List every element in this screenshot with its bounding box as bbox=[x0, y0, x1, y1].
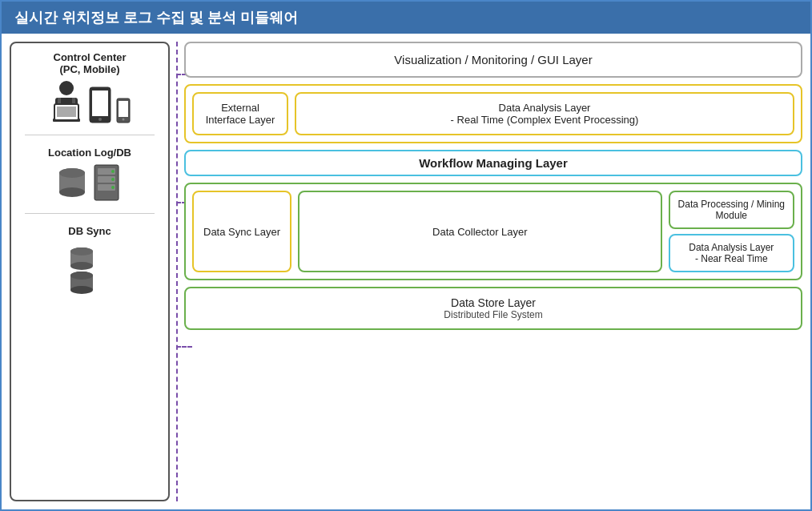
mining-module-box: Data Processing / MiningModule bbox=[669, 191, 794, 229]
db-cylinder-icon bbox=[58, 167, 86, 202]
svg-point-21 bbox=[111, 170, 115, 173]
vertical-dashed-divider bbox=[176, 42, 178, 501]
svg-rect-6 bbox=[57, 107, 76, 117]
viz-layer-label: Visualization / Monitoring / GUI Layer bbox=[394, 53, 592, 66]
data-store-main-label: Data Store Layer bbox=[199, 296, 788, 309]
data-store-sub-label: Distributed File System bbox=[199, 309, 788, 320]
person-icon bbox=[49, 80, 84, 123]
svg-rect-11 bbox=[119, 101, 128, 117]
ext-interface-box: ExternalInterface Layer bbox=[192, 92, 288, 135]
divider-2 bbox=[25, 213, 155, 214]
dashed-line bbox=[176, 42, 178, 501]
db-sync-label: DB Sync bbox=[68, 225, 111, 237]
svg-point-22 bbox=[111, 178, 115, 181]
collector-right: Data Collector Layer Data Processing / M… bbox=[298, 191, 794, 272]
svg-point-12 bbox=[123, 119, 125, 121]
svg-point-9 bbox=[98, 118, 102, 121]
svg-rect-8 bbox=[92, 91, 108, 116]
viz-layer-box: Visualization / Monitoring / GUI Layer bbox=[184, 42, 802, 78]
svg-point-27 bbox=[70, 247, 93, 256]
svg-point-16 bbox=[59, 168, 85, 178]
yellow-row: ExternalInterface Layer Data Analysis La… bbox=[184, 84, 802, 143]
db-sync-icons bbox=[66, 242, 114, 298]
workflow-label: Workflow Managing Layer bbox=[419, 156, 568, 170]
mining-module-label: Data Processing / MiningModule bbox=[678, 199, 785, 221]
mobile-device-icon bbox=[89, 87, 111, 123]
svg-point-0 bbox=[59, 81, 74, 95]
control-center-section: Control Center(PC, Mobile) bbox=[18, 51, 162, 123]
divider-1 bbox=[25, 135, 155, 135]
location-log-label: Location Log/DB bbox=[48, 147, 131, 159]
title-bar: 실시간 위치정보 로그 수집 및 분석 미들웨어 bbox=[2, 2, 810, 34]
svg-point-31 bbox=[70, 272, 93, 280]
location-icons bbox=[58, 163, 122, 202]
data-sync-box: Data Sync Layer bbox=[192, 191, 291, 272]
main-content: Control Center(PC, Mobile) bbox=[2, 34, 810, 509]
control-center-icons bbox=[49, 80, 131, 123]
svg-point-23 bbox=[111, 186, 115, 189]
server-tower-icon bbox=[91, 163, 122, 202]
data-analysis-rt-label: Data Analysis Layer- Real Time (Complex … bbox=[451, 102, 639, 126]
db-sync-icon bbox=[66, 242, 114, 298]
data-collector-label: Data Collector Layer bbox=[432, 226, 528, 238]
db-sync-section: DB Sync bbox=[18, 225, 162, 298]
data-store-box: Data Store Layer Distributed File System bbox=[184, 287, 802, 330]
green-row: Data Sync Layer Data Collector Layer Dat… bbox=[184, 183, 802, 280]
title-text: 실시간 위치정보 로그 수집 및 분석 미들웨어 bbox=[14, 10, 298, 26]
outer-container: 실시간 위치정보 로그 수집 및 분석 미들웨어 Control Center(… bbox=[0, 0, 812, 511]
location-log-section: Location Log/DB bbox=[18, 147, 162, 202]
workflow-box: Workflow Managing Layer bbox=[184, 150, 802, 176]
data-sync-label: Data Sync Layer bbox=[203, 226, 280, 238]
left-panel: Control Center(PC, Mobile) bbox=[10, 42, 170, 501]
right-sub-col: Data Processing / MiningModule Data Anal… bbox=[669, 191, 794, 272]
svg-point-26 bbox=[70, 262, 93, 270]
data-collector-box: Data Collector Layer bbox=[298, 191, 661, 272]
ext-interface-label: ExternalInterface Layer bbox=[206, 102, 275, 126]
svg-point-15 bbox=[59, 187, 85, 197]
right-panel: Visualization / Monitoring / GUI Layer E… bbox=[184, 42, 802, 501]
analysis-nrt-label: Data Analysis Layer- Near Real Time bbox=[689, 242, 774, 264]
analysis-nrt-box: Data Analysis Layer- Near Real Time bbox=[669, 234, 794, 272]
phone-icon bbox=[116, 98, 131, 123]
svg-point-30 bbox=[70, 286, 93, 294]
data-analysis-rt-box: Data Analysis Layer- Real Time (Complex … bbox=[295, 92, 794, 135]
control-center-label: Control Center(PC, Mobile) bbox=[54, 51, 127, 75]
